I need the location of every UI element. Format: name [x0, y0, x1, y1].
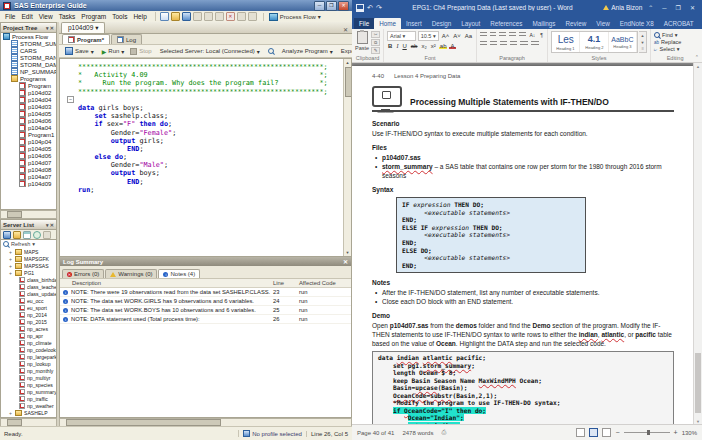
ribbon-tab[interactable]: References	[485, 18, 527, 29]
code-line[interactable]: ****************************************…	[78, 88, 343, 96]
project-tree-item[interactable]: p104d07	[1, 159, 56, 166]
tab-program[interactable]: Program*	[62, 34, 110, 44]
code-line[interactable]: Gender="Female";	[78, 129, 343, 137]
ribbon-tab[interactable]: File	[354, 18, 374, 29]
ribbon-tab[interactable]: EndNote X8	[615, 18, 659, 29]
menu-item[interactable]: File	[2, 13, 18, 20]
style-option[interactable]: AaBbC Heading 3	[609, 32, 637, 52]
menu-item[interactable]: Help	[130, 13, 149, 20]
stop-refresh-icon[interactable]	[43, 231, 51, 239]
analyze-program-button[interactable]: Analyze Program ▾	[279, 48, 336, 55]
server-selector[interactable]: Selected Server: Local (Connected) ▾	[157, 48, 263, 55]
page-indicator[interactable]: Page 40 of 41	[357, 430, 394, 436]
project-tree-item[interactable]: p104a07	[1, 173, 56, 180]
pilcrow-icon[interactable]: ¶	[539, 32, 544, 38]
cut-icon[interactable]: ✂	[371, 31, 380, 38]
account-info[interactable]: Ania Bizon	[603, 4, 642, 11]
tab-warnings[interactable]: Warnings (0)	[105, 269, 157, 278]
project-tree-item[interactable]: p104p04	[1, 138, 56, 145]
menu-item[interactable]: View	[36, 13, 56, 20]
project-tree-item[interactable]: p104d08	[1, 166, 56, 173]
ribbon-tab[interactable]: Mailings	[527, 18, 560, 29]
font-name-select[interactable]: Arial ▾	[387, 31, 416, 41]
document-tab[interactable]: p104d09 ▾	[61, 22, 105, 33]
style-option[interactable]: Les Heading 1	[552, 32, 580, 52]
expand-icon[interactable]: +	[9, 263, 13, 269]
zoom-out-icon[interactable]: −	[615, 429, 619, 436]
menu-item[interactable]: Tools	[109, 13, 130, 20]
save-icon[interactable]	[182, 12, 191, 21]
underline-button[interactable]: U	[401, 43, 407, 49]
project-tree-item[interactable]: CARS	[1, 47, 56, 54]
cut-icon[interactable]	[193, 12, 202, 21]
ribbon-tab[interactable]: ACROBAT	[659, 18, 699, 29]
menu-item[interactable]: Tasks	[56, 13, 79, 20]
increase-indent-icon[interactable]	[519, 32, 526, 38]
log-note-row[interactable]: i NOTE: There were 19 observations read …	[60, 288, 351, 297]
text-highlight-icon[interactable]: ab	[439, 43, 448, 49]
word-count[interactable]: 2478 words	[402, 430, 433, 436]
code-line[interactable]: set sashelp.class;	[78, 112, 343, 120]
project-tree-item[interactable]: STORM_RANGE	[1, 54, 56, 61]
minimize-icon[interactable]: ─	[314, 1, 325, 11]
log-note-row[interactable]: i NOTE: The data set WORK.BOYS has 10 ob…	[60, 306, 351, 315]
change-case-icon[interactable]: Aa	[464, 33, 473, 39]
project-tree-item[interactable]: p104d05	[1, 110, 56, 117]
server-list-folder[interactable]: + MAPS	[3, 248, 56, 255]
server-list-dataset[interactable]: np_2015	[3, 318, 56, 325]
numbered-list-icon[interactable]	[490, 32, 497, 38]
select-button[interactable]: ▻Select ▾	[654, 46, 696, 52]
replace-button[interactable]: abReplace	[654, 39, 696, 45]
paste-button[interactable]: Paste	[355, 31, 369, 53]
shading-icon[interactable]	[520, 41, 528, 47]
project-tree-item[interactable]: p104d05	[1, 145, 56, 152]
italic-button[interactable]: I	[395, 43, 399, 49]
code-editor[interactable]: ****************************************…	[59, 58, 352, 257]
ribbon-tab[interactable]: Layout	[456, 18, 485, 29]
ribbon-tab[interactable]: Insert	[401, 18, 427, 29]
expand-icon[interactable]: +	[9, 410, 13, 416]
ribbon-options-icon[interactable]: ⌃	[645, 4, 656, 11]
tab-notes[interactable]: iNotes (4)	[158, 269, 200, 278]
redo-icon[interactable]	[248, 12, 257, 21]
restore-icon[interactable]: ❒	[673, 4, 684, 11]
project-tree-item[interactable]: NP_SUMMARY	[1, 68, 56, 75]
close-icon[interactable]: ✕	[343, 258, 348, 265]
ribbon-tab[interactable]: View	[591, 18, 615, 29]
project-tree-item[interactable]: p104d04	[1, 96, 56, 103]
collapse-ribbon-icon[interactable]: ⌃	[695, 54, 699, 60]
server-list-folder[interactable]: + MAPSSAS	[3, 262, 56, 269]
delete-icon[interactable]: ✕	[226, 12, 235, 21]
project-tree-item[interactable]: STORM_DAMAGE	[1, 61, 56, 68]
search-button[interactable]	[265, 48, 277, 54]
project-tree-item[interactable]: p104d06	[1, 152, 56, 159]
document-page[interactable]: 4-40 Lesson 4 Preparing Data Processing …	[352, 66, 694, 425]
expand-icon[interactable]: +	[9, 256, 13, 262]
profile-status[interactable]: No profile selected	[238, 430, 302, 437]
superscript-button[interactable]: x²	[430, 43, 437, 49]
refresh-icon[interactable]	[33, 231, 41, 239]
server-list-dataset[interactable]: np_2014	[3, 311, 56, 318]
zoom-in-icon[interactable]: +	[674, 429, 678, 436]
code-line[interactable]: END;	[78, 178, 343, 186]
code-line[interactable]: data girls boys;	[78, 104, 343, 112]
align-right-icon[interactable]	[500, 41, 507, 47]
server-list-dataset[interactable]: eu_occ	[3, 297, 56, 304]
strikethrough-button[interactable]: ab	[410, 43, 419, 49]
zoom-slider[interactable]	[624, 432, 670, 433]
close-document-icon[interactable]: ✕	[339, 26, 352, 33]
paste-icon[interactable]	[215, 12, 224, 21]
server-list-dataset[interactable]: np_climate	[3, 339, 56, 346]
copy-icon[interactable]	[204, 12, 213, 21]
code-line[interactable]: * Activity 4.09 *;	[78, 71, 343, 79]
menu-item[interactable]: Program	[78, 13, 109, 20]
close-icon[interactable]: ✕	[338, 1, 349, 11]
code-line[interactable]: run;	[78, 186, 343, 194]
code-line[interactable]: if sex="F" then do;	[78, 120, 343, 128]
server-list-dataset[interactable]: np_multiyr	[3, 374, 56, 381]
decrease-indent-icon[interactable]	[509, 32, 516, 38]
restore-icon[interactable]: ❒	[326, 1, 337, 11]
code-line[interactable]: Gender="Male";	[78, 161, 343, 169]
proofing-icon[interactable]: ⎙	[441, 429, 446, 436]
code-line[interactable]: END;	[78, 145, 343, 153]
